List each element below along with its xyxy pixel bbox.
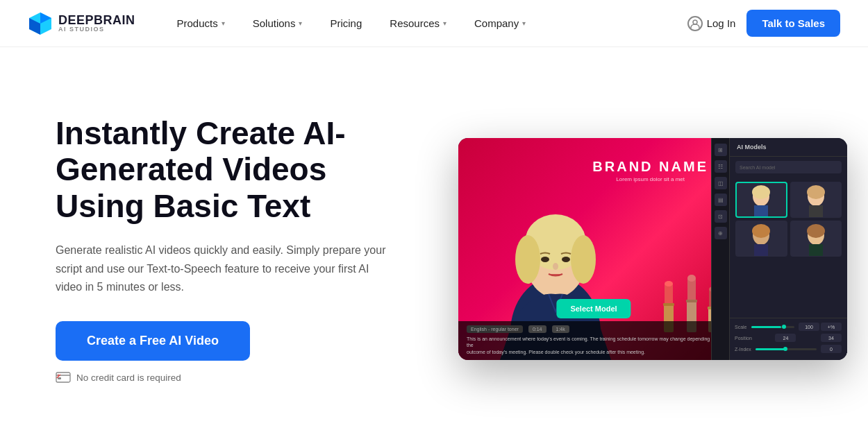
script-text: This is an announcement where today's ev… — [467, 336, 721, 350]
svg-point-24 — [687, 275, 696, 282]
brand-overlay: BRAND NAME Lorem ipsum dolor sit a met — [592, 159, 708, 182]
svg-point-3 — [693, 20, 697, 24]
nav-item-solutions[interactable]: Solutions ▾ — [239, 12, 317, 35]
navbar: DEEPBRAIN AI STUDIOS Products ▾ Solution… — [0, 0, 868, 47]
model-avatar-4 — [790, 221, 842, 257]
model-card-4[interactable] — [790, 221, 842, 257]
user-icon — [687, 16, 703, 31]
scale-value[interactable]: 100 — [799, 323, 819, 331]
tool-icon-1[interactable]: ⊞ — [715, 144, 727, 156]
nav-item-pricing[interactable]: Pricing — [316, 12, 376, 35]
script-text2: outcome of today's meeting. Please doubl… — [467, 349, 721, 356]
position-row: Position 24 34 — [735, 334, 842, 342]
zindex-label: Z-Index — [735, 347, 751, 352]
properties-panel: Scale 100 +% Position 24 34 — [729, 318, 847, 360]
logo-sub: AI STUDIOS — [58, 26, 135, 33]
tool-icon-5[interactable]: ⊡ — [715, 210, 727, 223]
svg-point-15 — [541, 257, 549, 262]
right-panel: AI Models Search AI model — [729, 138, 847, 360]
position-label: Position — [735, 336, 752, 341]
svg-point-40 — [807, 224, 825, 238]
nav-item-resources[interactable]: Resources ▾ — [376, 12, 460, 35]
position-y[interactable]: 34 — [821, 334, 842, 342]
model-avatar-3 — [735, 221, 787, 257]
position-x[interactable]: 24 — [775, 334, 796, 342]
scale-slider[interactable] — [751, 326, 794, 328]
svg-point-20 — [665, 281, 673, 286]
model-card-2[interactable] — [790, 182, 842, 218]
hero-right: BRAND NAME Lorem ipsum dolor sit a met — [458, 138, 847, 360]
credit-card-icon — [56, 372, 71, 383]
svg-rect-19 — [665, 284, 673, 306]
time-badge2: 1:4k — [552, 325, 569, 333]
login-label: Log In — [707, 17, 736, 29]
svg-point-34 — [807, 185, 825, 199]
hero-title: Instantly Create AI-Generated Videos Usi… — [56, 115, 417, 225]
video-area: BRAND NAME Lorem ipsum dolor sit a met — [458, 138, 729, 360]
nav-item-products[interactable]: Products ▾ — [163, 12, 239, 35]
script-text-bar: English - regular toner 0:14 1:4k This i… — [458, 321, 729, 360]
no-cc-text: No credit card is required — [76, 372, 181, 383]
svg-rect-21 — [663, 303, 674, 306]
search-placeholder: Search AI model — [740, 165, 775, 170]
svg-rect-32 — [754, 205, 768, 217]
create-free-video-button[interactable]: Create a Free AI Video — [56, 321, 250, 361]
chevron-down-icon: ▾ — [522, 19, 526, 27]
svg-rect-38 — [754, 244, 768, 256]
hero-description: Generate realistic AI videos quickly and… — [56, 241, 389, 296]
nav-links: Products ▾ Solutions ▾ Pricing Resources… — [163, 12, 687, 35]
model-card-3[interactable] — [735, 221, 787, 257]
svg-rect-41 — [809, 244, 823, 256]
tool-icon-3[interactable]: ◫ — [715, 177, 727, 189]
model-card-1[interactable] — [735, 182, 787, 218]
svg-point-37 — [752, 224, 770, 238]
chevron-down-icon: ▾ — [443, 19, 446, 27]
model-search[interactable]: Search AI model — [735, 161, 842, 173]
zindex-row: Z-Index 0 — [735, 345, 842, 353]
svg-rect-6 — [58, 377, 61, 379]
studio-mockup: BRAND NAME Lorem ipsum dolor sit a met — [458, 138, 847, 360]
time-badge: 0:14 — [528, 325, 546, 333]
tool-icon-6[interactable]: ⊕ — [715, 227, 727, 239]
logo-brand: DEEPBRAIN — [58, 14, 135, 26]
hero-section: Instantly Create AI-Generated Videos Usi… — [0, 47, 868, 437]
no-credit-card-notice: No credit card is required — [56, 372, 417, 383]
scale-label: Scale — [735, 325, 747, 329]
tool-icon-2[interactable]: ☷ — [715, 160, 727, 173]
svg-rect-35 — [809, 205, 823, 217]
language-badge: English - regular toner — [467, 325, 523, 333]
brand-name-text: BRAND NAME — [592, 159, 708, 175]
svg-rect-25 — [686, 300, 697, 302]
zindex-slider[interactable] — [756, 348, 817, 350]
svg-point-17 — [553, 263, 558, 270]
toolbar-icons: ⊞ ☷ ◫ ▤ ⊡ ⊕ — [711, 138, 729, 360]
model-avatar-1 — [737, 183, 786, 216]
tool-icon-4[interactable]: ▤ — [715, 194, 727, 206]
svg-point-31 — [752, 185, 770, 199]
zindex-value[interactable]: 0 — [821, 345, 842, 353]
logo[interactable]: DEEPBRAIN AI STUDIOS — [28, 11, 135, 36]
scale-value2[interactable]: +% — [821, 323, 842, 331]
scale-row: Scale 100 +% — [735, 323, 842, 331]
models-grid — [730, 178, 847, 261]
panel-title: AI Models — [730, 138, 847, 157]
chevron-down-icon: ▾ — [222, 19, 225, 27]
nav-item-company[interactable]: Company ▾ — [460, 12, 540, 35]
login-button[interactable]: Log In — [687, 16, 736, 31]
chevron-down-icon: ▾ — [299, 19, 302, 27]
talk-to-sales-button[interactable]: Talk to Sales — [746, 10, 840, 37]
select-model-button[interactable]: Select Model — [556, 299, 631, 318]
svg-point-13 — [515, 235, 540, 284]
hero-left: Instantly Create AI-Generated Videos Usi… — [56, 115, 417, 384]
svg-point-16 — [562, 257, 570, 262]
model-avatar-2 — [790, 182, 842, 218]
svg-rect-23 — [687, 278, 696, 302]
nav-right: Log In Talk to Sales — [687, 10, 840, 37]
svg-point-14 — [571, 235, 596, 284]
